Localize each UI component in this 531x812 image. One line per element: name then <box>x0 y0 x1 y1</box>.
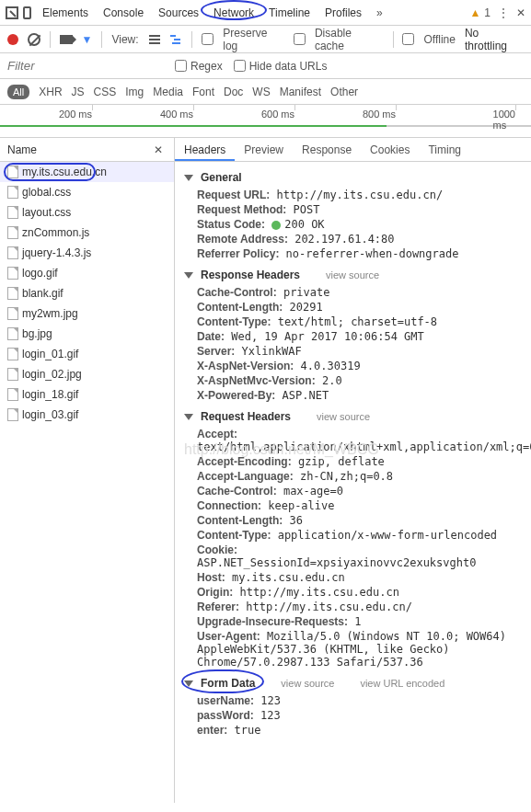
record-icon[interactable] <box>7 34 18 45</box>
large-rows-icon[interactable] <box>148 33 161 46</box>
type-xhr-button[interactable]: XHR <box>39 86 62 98</box>
warnings-icon[interactable]: ▲ <box>469 6 480 19</box>
detail-tab-headers[interactable]: Headers <box>175 139 235 161</box>
offline-checkbox[interactable] <box>402 33 414 45</box>
tab-console[interactable]: Console <box>96 2 151 24</box>
request-row[interactable]: znCommon.js <box>0 223 174 243</box>
clear-icon[interactable] <box>28 33 40 46</box>
tab-sources[interactable]: Sources <box>151 2 206 24</box>
header-row: Cache-Control: private <box>184 285 522 300</box>
filter-input[interactable] <box>7 59 164 73</box>
header-row: Referer: http://my.its.csu.edu.cn/ <box>184 600 522 614</box>
tabs-overflow[interactable]: » <box>371 6 388 19</box>
disable-cache-checkbox[interactable] <box>294 33 306 45</box>
type-media-button[interactable]: Media <box>153 86 183 98</box>
tab-network[interactable]: Network <box>206 2 261 24</box>
request-row[interactable]: login_02.jpg <box>0 364 174 384</box>
header-row: Content-Type: text/html; charset=utf-8 <box>184 315 522 329</box>
request-row[interactable]: jquery-1.4.3.js <box>0 243 174 263</box>
type-manifest-button[interactable]: Manifest <box>280 86 321 98</box>
header-row: Cookie: ASP.NET_SessionId=xpsiyaxinovvc2… <box>184 543 522 570</box>
request-name: login_01.gif <box>22 348 78 360</box>
header-row: enter: true <box>184 723 522 738</box>
header-row: Origin: http://my.its.csu.edu.cn <box>184 585 522 600</box>
preserve-log-checkbox[interactable] <box>202 33 214 45</box>
header-row: Cache-Control: max-age=0 <box>184 484 522 498</box>
type-css-button[interactable]: CSS <box>94 86 117 98</box>
type-other-button[interactable]: Other <box>330 86 358 98</box>
tab-elements[interactable]: Elements <box>35 2 96 24</box>
header-row: Status Code: 200 OK <box>184 217 522 232</box>
detail-tab-response[interactable]: Response <box>293 139 361 161</box>
request-row[interactable]: login_18.gif <box>0 384 174 405</box>
timeline-tick: 800 ms <box>363 109 396 120</box>
preserve-log-label: Preserve log <box>223 27 284 52</box>
throttling-dropdown[interactable]: No throttling <box>465 27 524 52</box>
view-source-button[interactable]: view source <box>317 411 370 422</box>
request-row[interactable]: global.css <box>0 182 174 202</box>
screenshot-icon[interactable] <box>60 35 73 44</box>
header-row: X-AspNetMvc-Version: 2.0 <box>184 373 522 388</box>
type-img-button[interactable]: Img <box>125 86 144 98</box>
file-icon <box>7 388 18 401</box>
detail-tab-cookies[interactable]: Cookies <box>361 139 419 161</box>
header-row: Content-Type: application/x-www-form-url… <box>184 528 522 543</box>
section-header[interactable]: Request Headersview source <box>184 406 522 427</box>
type-all-button[interactable]: All <box>7 85 29 99</box>
waterfall-icon[interactable] <box>169 33 182 46</box>
header-row: Server: YxlinkWAF <box>184 344 522 359</box>
section-header[interactable]: Form Dataview sourceview URL encoded <box>184 673 522 693</box>
header-row: Remote Address: 202.197.61.4:80 <box>184 232 522 246</box>
request-row[interactable]: bg.jpg <box>0 324 174 344</box>
file-icon <box>7 267 18 280</box>
section-header[interactable]: Response Headersview source <box>184 265 522 285</box>
filter-icon[interactable]: ▼ <box>82 33 93 46</box>
file-icon <box>7 226 18 239</box>
network-toolbar: ▼ View: Preserve log Disable cache Offli… <box>0 26 531 53</box>
request-row[interactable]: layout.css <box>0 202 174 223</box>
view-source-button[interactable]: view source <box>281 678 334 689</box>
file-icon <box>7 348 18 360</box>
hide-urls-checkbox[interactable] <box>234 60 246 72</box>
request-row[interactable]: my.its.csu.edu.cn <box>0 162 174 182</box>
view-url-encoded-button[interactable]: view URL encoded <box>360 678 444 689</box>
section-header[interactable]: General <box>184 167 522 188</box>
hide-urls-label: Hide data URLs <box>249 60 328 73</box>
request-name: global.css <box>22 186 71 199</box>
type-ws-button[interactable]: WS <box>252 86 270 98</box>
request-row[interactable]: blank.gif <box>0 283 174 303</box>
file-icon <box>7 408 18 421</box>
close-details-icon[interactable]: ✕ <box>150 143 167 156</box>
type-js-button[interactable]: JS <box>72 86 85 98</box>
devtools-tab-bar: ElementsConsoleSourcesNetworkTimelinePro… <box>0 0 531 26</box>
request-row[interactable]: login_03.gif <box>0 405 174 425</box>
request-row[interactable]: my2wm.jpg <box>0 303 174 324</box>
request-name: logo.gif <box>22 267 58 280</box>
menu-icon[interactable]: ⋮ <box>498 6 509 19</box>
inspect-icon[interactable] <box>6 6 18 19</box>
timeline-overview[interactable]: 200 ms400 ms600 ms800 ms1000 ms <box>0 105 531 138</box>
request-name: my2wm.jpg <box>22 307 78 320</box>
request-row[interactable]: logo.gif <box>0 263 174 283</box>
device-icon[interactable] <box>20 6 33 19</box>
view-source-button[interactable]: view source <box>326 269 379 280</box>
detail-tab-preview[interactable]: Preview <box>235 139 293 161</box>
timeline-tick: 600 ms <box>261 109 294 120</box>
request-row[interactable]: login_01.gif <box>0 344 174 364</box>
timeline-tick: 1000 ms <box>493 109 515 131</box>
collapse-icon <box>184 175 193 181</box>
type-doc-button[interactable]: Doc <box>224 86 243 98</box>
regex-checkbox[interactable] <box>175 60 187 72</box>
collapse-icon <box>184 414 193 420</box>
file-icon <box>7 368 18 381</box>
header-row: Connection: keep-alive <box>184 498 522 513</box>
tab-profiles[interactable]: Profiles <box>317 2 369 24</box>
tab-timeline[interactable]: Timeline <box>261 2 317 24</box>
detail-tab-timing[interactable]: Timing <box>419 139 470 161</box>
close-icon[interactable]: ✕ <box>516 6 525 19</box>
header-row: Content-Length: 20291 <box>184 300 522 315</box>
name-column-header[interactable]: Name <box>7 143 37 156</box>
collapse-icon <box>184 272 193 279</box>
request-list: my.its.csu.edu.cnglobal.csslayout.cssznC… <box>0 162 174 803</box>
type-font-button[interactable]: Font <box>192 86 214 98</box>
